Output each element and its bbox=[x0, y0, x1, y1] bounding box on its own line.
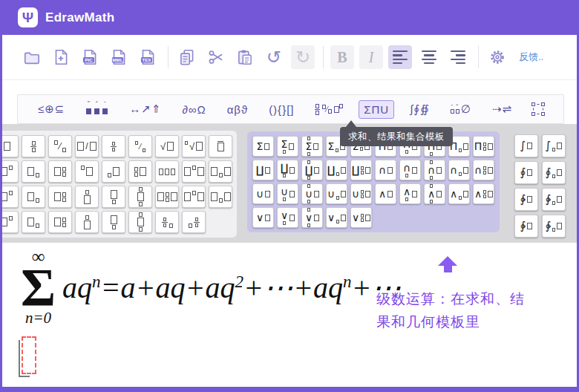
equation[interactable]: ∞ Σ n=0 aqn=a+aq+aq2+⋯+aqn+⋯ bbox=[21, 249, 402, 327]
template-bigop-∐-v1[interactable]: ∐ bbox=[252, 160, 274, 180]
toolbar-cut-button[interactable] bbox=[204, 45, 228, 69]
template-bigop-∧-v4[interactable]: ∧ bbox=[448, 183, 470, 204]
template-bigop-∩-v2[interactable]: ∩ bbox=[399, 160, 421, 180]
template-opair[interactable] bbox=[182, 160, 206, 183]
template-integral-4[interactable]: ∮ bbox=[542, 161, 566, 184]
category-arrows[interactable]: ↔↗⇑ bbox=[124, 99, 166, 119]
template-integral-1[interactable]: ∲ bbox=[514, 215, 538, 238]
template-dfrac[interactable]: ⁄ bbox=[48, 135, 72, 157]
template-bigop-∨-v1[interactable]: ∨ bbox=[252, 207, 274, 228]
template-sqrt[interactable]: √ bbox=[155, 135, 179, 157]
template-bigop-Σ-v2[interactable]: Σ bbox=[277, 136, 298, 157]
template-sub[interactable] bbox=[22, 186, 45, 208]
toolbar-settings-button[interactable] bbox=[485, 45, 509, 69]
template-subsup[interactable] bbox=[48, 186, 72, 208]
template-integral-4[interactable]: ∫ bbox=[542, 134, 566, 157]
template-bigop-Σ-v3[interactable]: Σ bbox=[301, 136, 323, 157]
template-sup[interactable] bbox=[0, 211, 19, 233]
template-dfracs[interactable]: ⁄ bbox=[128, 135, 152, 157]
template-fracl[interactable] bbox=[155, 211, 179, 233]
template-bigop-∪-v3[interactable]: ∪ bbox=[301, 183, 323, 204]
toolbar-new-file-button[interactable] bbox=[49, 45, 73, 69]
toolbar-redo-button[interactable]: ↻ bbox=[291, 45, 315, 69]
template-bigop-∨-v4[interactable]: ∨ bbox=[326, 207, 347, 228]
feedback-link[interactable]: 反馈.. bbox=[519, 50, 543, 64]
template-integral-1[interactable]: ∮ bbox=[514, 161, 538, 184]
template-bigop-∧-v3[interactable]: ∧ bbox=[424, 183, 445, 204]
template-bigop-∧-v5[interactable]: ∧ bbox=[473, 183, 494, 204]
template-integral-1[interactable]: ∫ bbox=[514, 134, 538, 157]
toolbar-align-right-button[interactable] bbox=[446, 45, 470, 69]
template-ifrac[interactable]: / bbox=[75, 135, 99, 157]
template-bigop-∪-v1[interactable]: ∪ bbox=[252, 183, 274, 204]
template-oupair[interactable] bbox=[155, 186, 179, 208]
template-fracr[interactable] bbox=[182, 211, 206, 233]
template-integral-4[interactable]: ∳ bbox=[542, 188, 566, 211]
template-bigop-∐-v3[interactable]: ∐ bbox=[301, 160, 323, 180]
template-bigop-Π-v5[interactable]: Π bbox=[473, 136, 494, 157]
template-obar[interactable] bbox=[209, 135, 232, 157]
template-bigop-∩-v1[interactable]: ∩ bbox=[375, 160, 396, 180]
category-integral-templates[interactable]: ∫∮∯ bbox=[405, 99, 435, 119]
template-oset[interactable] bbox=[75, 211, 99, 233]
template-bigop-∩-v4[interactable]: ∩ bbox=[448, 160, 470, 180]
template-sup[interactable] bbox=[0, 186, 19, 208]
template-bigop-∪-v4[interactable]: ∪ bbox=[326, 183, 347, 204]
template-bigop-∐-v5[interactable]: ∐ bbox=[350, 160, 372, 180]
template-bigop-∩-v3[interactable]: ∩ bbox=[424, 160, 445, 180]
category-brackets[interactable]: (){}[] bbox=[264, 100, 299, 119]
template-presup[interactable] bbox=[75, 160, 99, 183]
equation-canvas[interactable]: ∞ Σ n=0 aqn=a+aq+aq2+⋯+aqn+⋯ 级数运算：在求和、结 … bbox=[2, 242, 577, 387]
category-misc-symbols[interactable]: ∂∞Ω bbox=[177, 100, 211, 119]
category-fraction-script-templates[interactable]: ⁄ bbox=[310, 101, 348, 118]
toolbar-open-file-button[interactable] bbox=[20, 45, 44, 69]
category-matrix-templates[interactable] bbox=[528, 101, 549, 117]
template-bigop-∨-v3[interactable]: ∨ bbox=[301, 207, 323, 228]
template-uset[interactable] bbox=[102, 186, 125, 208]
template-bigop-∐-v2[interactable]: ∐ bbox=[277, 160, 298, 180]
toolbar-paste-button[interactable] bbox=[233, 45, 257, 69]
template-bigop-∐-v4[interactable]: ∐ bbox=[326, 160, 347, 180]
template-box[interactable] bbox=[0, 135, 19, 157]
toolbar-bold-button[interactable]: B bbox=[330, 45, 354, 69]
template-presubsup[interactable] bbox=[128, 160, 152, 183]
template-vfracs[interactable] bbox=[102, 135, 125, 157]
template-nthroot[interactable]: √ bbox=[182, 135, 206, 157]
category-bar-hat-templates[interactable]: ˉˆ∅ bbox=[445, 99, 477, 119]
template-subsup[interactable] bbox=[48, 160, 72, 183]
toolbar-export-tex-button[interactable]: TEX bbox=[136, 45, 160, 69]
template-integral-1[interactable]: ∳ bbox=[514, 188, 538, 211]
template-sup[interactable] bbox=[0, 160, 19, 183]
template-upair[interactable] bbox=[209, 160, 232, 183]
template-sub[interactable] bbox=[22, 211, 45, 233]
toolbar-italic-button[interactable]: I bbox=[359, 45, 383, 69]
toolbar-export-pic-button[interactable]: PIC bbox=[78, 45, 102, 69]
template-bigop-∧-v2[interactable]: ∧ bbox=[399, 183, 421, 204]
template-subsup[interactable] bbox=[48, 211, 72, 233]
toolbar-export-mml-button[interactable]: MML bbox=[107, 45, 131, 69]
toolbar-align-left-button[interactable] bbox=[388, 45, 412, 69]
template-upair[interactable] bbox=[209, 186, 232, 208]
template-opair[interactable] bbox=[182, 186, 206, 208]
template-bigop-Σ-v1[interactable]: Σ bbox=[252, 136, 274, 157]
toolbar-align-center-button[interactable] bbox=[417, 45, 441, 69]
toolbar-undo-button[interactable]: ↺ bbox=[262, 45, 286, 69]
category-accent-squares[interactable]: ˜ˆˉ bbox=[80, 101, 114, 117]
template-bigop-∧-v1[interactable]: ∧ bbox=[375, 183, 396, 204]
template-uset[interactable] bbox=[102, 211, 125, 233]
category-labeled-arrow-templates[interactable]: ⇢⇌ bbox=[487, 99, 517, 119]
template-integral-4[interactable]: ∲ bbox=[542, 215, 566, 238]
template-row3[interactable] bbox=[155, 160, 179, 183]
template-bigop-∪-v2[interactable]: ∪ bbox=[277, 183, 298, 204]
category-relations[interactable]: ≤⊕⊆ bbox=[33, 99, 70, 119]
template-bigop-∨-v2[interactable]: ∨ bbox=[277, 207, 298, 228]
category-greek-letters[interactable]: αβϑ bbox=[222, 100, 254, 119]
template-ouset[interactable] bbox=[128, 186, 152, 208]
template-oset[interactable] bbox=[75, 186, 99, 208]
template-vfrac[interactable] bbox=[22, 135, 45, 157]
template-presub[interactable] bbox=[102, 160, 125, 183]
category-sum-product-set-templates[interactable]: ΣΠU bbox=[359, 100, 394, 119]
toolbar-copy-button[interactable] bbox=[175, 45, 199, 69]
template-ouset[interactable] bbox=[128, 211, 152, 233]
template-bigop-∪-v5[interactable]: ∪ bbox=[350, 183, 372, 204]
